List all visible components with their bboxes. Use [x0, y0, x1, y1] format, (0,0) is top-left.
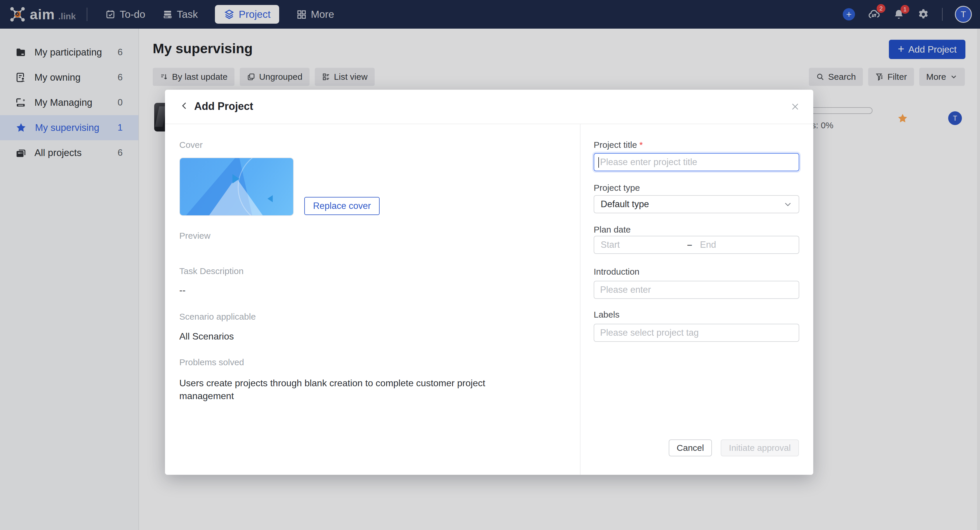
date-separator: –	[687, 239, 692, 250]
close-button[interactable]	[791, 102, 800, 112]
labels-input[interactable]	[593, 324, 799, 342]
introduction-label: Introduction	[593, 267, 640, 277]
problems-label: Problems solved	[179, 357, 244, 367]
project-title-label: Project title	[593, 140, 637, 150]
introduction-input[interactable]	[593, 281, 799, 299]
date-end-placeholder: End	[700, 239, 716, 250]
cover-image	[179, 158, 294, 216]
cover-triangle	[232, 174, 239, 184]
cover-triangle	[267, 195, 273, 202]
date-start-placeholder: Start	[601, 239, 620, 250]
project-title-input[interactable]	[593, 153, 799, 171]
task-description-label: Task Description	[179, 266, 243, 276]
text-caret	[598, 157, 599, 168]
cover-label: Cover	[179, 140, 203, 150]
add-project-modal: Add Project Cover Replace cover Preview …	[165, 90, 813, 475]
cover-ring	[238, 158, 294, 216]
app-window: aim .link To-do Task	[0, 0, 980, 530]
labels-label: Labels	[593, 310, 619, 319]
chevron-down-icon	[783, 200, 792, 209]
required-asterisk: *	[639, 140, 643, 150]
modal-column-divider	[580, 124, 581, 475]
task-description-value: --	[179, 285, 185, 296]
chevron-left-icon	[180, 101, 189, 110]
project-type-label: Project type	[593, 183, 640, 193]
close-icon	[791, 102, 800, 111]
scenario-label: Scenario applicable	[179, 312, 256, 322]
plan-date-label: Plan date	[593, 225, 631, 235]
cancel-button[interactable]: Cancel	[669, 439, 712, 457]
plan-date-range-input[interactable]: Start – End	[593, 236, 799, 254]
project-type-select[interactable]: Default type	[593, 195, 799, 213]
project-type-value: Default type	[601, 199, 649, 209]
modal-header: Add Project	[165, 90, 813, 124]
problems-value: Users create projects through blank crea…	[179, 377, 538, 402]
initiate-approval-button[interactable]: Initiate approval	[721, 439, 799, 457]
scenario-value: All Scenarios	[179, 331, 234, 342]
project-title-label-row: Project title*	[593, 140, 643, 150]
replace-cover-button[interactable]: Replace cover	[304, 197, 380, 215]
back-button[interactable]	[180, 101, 189, 111]
modal-title: Add Project	[194, 100, 253, 112]
preview-label: Preview	[179, 231, 210, 241]
